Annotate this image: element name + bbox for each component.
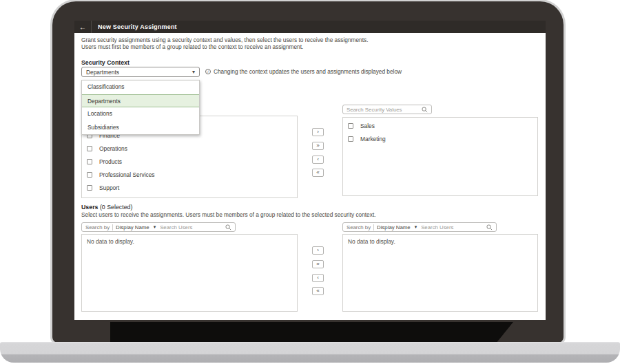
laptop-hinge: [110, 322, 513, 342]
list-item[interactable]: Operations: [82, 142, 297, 155]
search-users-input[interactable]: [160, 224, 223, 231]
move-right-button[interactable]: ›: [312, 246, 324, 255]
laptop-mockup: ← New Security Assignment Grant security…: [0, 0, 620, 364]
back-arrow-icon[interactable]: ←: [74, 23, 91, 31]
available-users-list: No data to display.: [81, 234, 298, 312]
empty-state-text: No data to display.: [343, 235, 537, 248]
search-security-values[interactable]: [342, 105, 432, 114]
security-context-select[interactable]: Departments ▾: [81, 67, 200, 77]
value-label: Sales: [360, 122, 375, 129]
move-left-button[interactable]: ‹: [312, 156, 324, 164]
chevron-down-icon[interactable]: ▾: [415, 224, 417, 230]
option-locations[interactable]: Locations: [82, 107, 199, 121]
users-title: Users: [81, 204, 98, 211]
chevron-down-icon[interactable]: ▾: [154, 224, 156, 230]
selected-values-list: Sales Marketing: [342, 117, 538, 196]
option-departments[interactable]: Departments: [82, 94, 199, 108]
selected-users-search[interactable]: Search by Display Name ▾: [342, 222, 497, 232]
move-all-right-button[interactable]: »: [312, 142, 324, 150]
users-section-title: Users (0 Selected): [81, 204, 132, 211]
move-right-button[interactable]: ›: [312, 128, 324, 136]
move-left-button[interactable]: ‹: [312, 274, 324, 282]
option-classifications[interactable]: Classifications: [82, 81, 199, 94]
move-all-left-button[interactable]: «: [312, 287, 324, 295]
list-item[interactable]: Professional Services: [82, 168, 297, 181]
users-count: (0 Selected): [100, 204, 132, 211]
checkbox[interactable]: [87, 159, 92, 164]
security-context-dropdown: Classifications Departments Locations Su…: [81, 80, 200, 135]
intro-line-2: Users must first be members of a group r…: [81, 44, 368, 51]
checkbox[interactable]: [87, 146, 92, 151]
value-label: Marketing: [360, 136, 386, 142]
info-icon: i: [205, 69, 211, 74]
laptop-base: [0, 342, 620, 363]
divider: [112, 224, 113, 231]
list-item[interactable]: Sales: [343, 119, 537, 132]
context-info-note: i Changing the context updates the users…: [205, 68, 402, 75]
search-icon: [486, 224, 493, 231]
page-title: New Security Assignment: [92, 23, 177, 30]
app-screen: ← New Security Assignment Grant security…: [74, 21, 546, 320]
selected-users-list: No data to display.: [342, 234, 538, 312]
available-users-search[interactable]: Search by Display Name ▾: [81, 222, 236, 232]
users-description: Select users to receive the assignments.…: [81, 211, 376, 218]
empty-state-text: No data to display.: [82, 235, 297, 248]
search-icon: [422, 107, 428, 113]
search-by-select[interactable]: Display Name: [377, 224, 411, 231]
intro-text: Grant security assignments using a secur…: [81, 37, 368, 50]
value-label: Professional Services: [99, 171, 155, 178]
option-subsidiaries[interactable]: Subsidiaries: [82, 121, 199, 135]
value-label: Operations: [99, 145, 127, 152]
checkbox[interactable]: [348, 136, 353, 142]
value-label: Support: [99, 184, 119, 191]
checkbox[interactable]: [87, 185, 92, 191]
divider: [373, 224, 374, 231]
search-security-values-input[interactable]: [347, 107, 419, 113]
search-by-label: Search by: [347, 224, 371, 231]
search-users-input[interactable]: [421, 224, 484, 231]
search-by-label: Search by: [85, 224, 110, 231]
security-context-label: Security Context: [81, 59, 130, 66]
checkbox[interactable]: [348, 123, 353, 129]
search-by-select[interactable]: Display Name: [116, 224, 149, 231]
value-label: Products: [99, 158, 122, 165]
checkbox[interactable]: [87, 172, 92, 178]
context-info-text: Changing the context updates the users a…: [214, 68, 402, 75]
list-item[interactable]: Marketing: [343, 132, 537, 145]
move-all-left-button[interactable]: «: [312, 169, 324, 177]
list-item[interactable]: Products: [82, 155, 297, 168]
move-all-right-button[interactable]: »: [312, 260, 324, 268]
app-header: ← New Security Assignment: [74, 21, 546, 33]
list-item[interactable]: Support: [82, 181, 297, 194]
security-context-value: Departments: [86, 69, 192, 76]
search-icon: [225, 224, 231, 231]
chevron-down-icon: ▾: [192, 69, 195, 75]
